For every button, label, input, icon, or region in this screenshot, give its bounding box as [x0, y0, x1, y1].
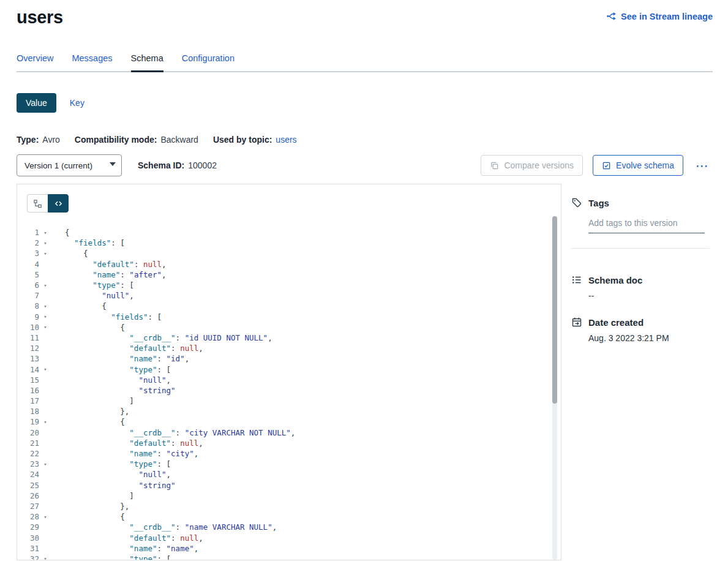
code-view-button[interactable] — [48, 194, 69, 213]
version-select-wrapper: Version 1 (current) — [17, 154, 122, 176]
tags-section-header: Tags — [571, 197, 710, 208]
evolve-schema-button[interactable]: Evolve schema — [593, 155, 683, 176]
line-number: 31 — [21, 544, 39, 553]
value-toggle-button[interactable]: Value — [17, 93, 56, 113]
line-content: ] — [65, 396, 134, 405]
type-value: Avro — [42, 135, 60, 145]
compatibility-label: Compatibility mode: — [75, 135, 157, 145]
code-line: 12"default": null, — [21, 343, 561, 353]
line-number: 18 — [21, 407, 39, 416]
tree-view-button[interactable] — [27, 194, 48, 213]
schema-doc-title: Schema doc — [588, 275, 642, 285]
fold-toggle-icon[interactable]: ▾ — [39, 514, 51, 520]
line-content: "type": [ — [65, 280, 134, 290]
compatibility-group: Compatibility mode:Backward — [75, 135, 198, 145]
fold-toggle-icon[interactable]: ▾ — [39, 303, 51, 309]
line-content: "string" — [65, 386, 176, 395]
code-line: 20"__crdb__": "city VARCHAR NOT NULL", — [21, 427, 561, 438]
line-number: 4 — [21, 260, 39, 269]
code-line: 1▾{ — [21, 227, 561, 238]
line-number: 15 — [21, 375, 39, 385]
tab-schema[interactable]: Schema — [131, 53, 163, 71]
code-line: 10▾{ — [21, 322, 561, 333]
code-line: 3▾{ — [21, 248, 561, 258]
tag-icon — [571, 197, 582, 208]
line-number: 29 — [21, 522, 39, 532]
line-number: 25 — [21, 481, 39, 490]
compare-versions-label: Compare versions — [504, 160, 574, 170]
line-content: { — [65, 512, 125, 521]
line-number: 6 — [21, 280, 39, 290]
version-actions: Compare versions Evolve schema ⋯ — [481, 155, 713, 176]
fold-toggle-icon[interactable]: ▾ — [39, 282, 51, 288]
schema-sidebar: Tags Schema doc -- — [571, 184, 710, 560]
list-icon — [571, 274, 582, 285]
scrollbar-track — [552, 216, 557, 560]
stream-lineage-link[interactable]: See in Stream lineage — [606, 11, 713, 21]
fold-toggle-icon[interactable]: ▾ — [39, 314, 51, 320]
line-content: "name": "id", — [65, 354, 189, 363]
date-created-header: Date created — [571, 317, 710, 328]
editor-view-toggle — [27, 194, 69, 213]
page-title: users — [17, 7, 63, 28]
evolve-icon — [602, 161, 611, 170]
line-content: { — [65, 301, 107, 311]
fold-toggle-icon[interactable]: ▾ — [39, 419, 51, 425]
code-line: 11"__crdb__": "id UUID NOT NULL", — [21, 333, 561, 343]
fold-toggle-icon[interactable]: ▾ — [39, 366, 51, 372]
line-number: 13 — [21, 354, 39, 363]
line-number: 12 — [21, 344, 39, 353]
topic-link[interactable]: users — [276, 135, 296, 145]
line-number: 30 — [21, 533, 39, 543]
schema-doc-value: -- — [588, 291, 710, 301]
date-created-value: Aug. 3 2022 3:21 PM — [588, 333, 710, 343]
tab-overview[interactable]: Overview — [17, 53, 53, 71]
fold-toggle-icon[interactable]: ▾ — [39, 555, 51, 560]
line-content: { — [65, 249, 88, 258]
line-content: "__crdb__": "id UUID NOT NULL", — [65, 333, 272, 342]
fold-toggle-icon[interactable]: ▾ — [39, 240, 51, 246]
line-number: 1 — [21, 228, 39, 237]
line-content: "default": null, — [65, 260, 167, 269]
version-select[interactable]: Version 1 (current) — [17, 154, 122, 176]
line-content: { — [65, 417, 125, 426]
code-view-icon — [54, 199, 63, 208]
line-content: "type": [ — [65, 554, 171, 560]
code-line: 14▾"type": [ — [21, 364, 561, 374]
line-content: "null", — [65, 375, 171, 385]
compare-versions-button[interactable]: Compare versions — [481, 155, 583, 176]
line-content: "__crdb__": "name VARCHAR NULL", — [65, 522, 277, 532]
code-line: 21"default": null, — [21, 438, 561, 448]
line-number: 28 — [21, 512, 39, 521]
line-number: 19 — [21, 417, 39, 426]
key-toggle-button[interactable]: Key — [70, 98, 84, 108]
used-by-topic-label: Used by topic: — [213, 135, 272, 145]
line-content: "name": "after", — [65, 270, 167, 279]
line-number: 3 — [21, 249, 39, 258]
fold-toggle-icon[interactable]: ▾ — [39, 461, 51, 467]
line-number: 20 — [21, 428, 39, 437]
fold-toggle-icon[interactable]: ▾ — [39, 250, 51, 257]
line-content: }, — [65, 502, 129, 511]
code-line: 22"name": "city", — [21, 448, 561, 459]
code-line: 32▾"type": [ — [21, 554, 561, 560]
code-line: 24"null", — [21, 469, 561, 480]
more-options-button[interactable]: ⋯ — [692, 158, 713, 173]
line-content: "fields": [ — [65, 238, 125, 247]
value-key-toggle: Value Key — [17, 93, 713, 113]
page-header: users See in Stream lineage — [17, 0, 713, 28]
line-content: "default": null, — [65, 439, 203, 448]
fold-toggle-icon[interactable]: ▾ — [39, 230, 51, 236]
code-line: 7"null", — [21, 290, 561, 301]
date-created-section: Date created Aug. 3 2022 3:21 PM — [571, 317, 710, 343]
tab-configuration[interactable]: Configuration — [182, 53, 235, 71]
add-tags-input[interactable] — [588, 216, 705, 233]
tab-messages[interactable]: Messages — [72, 53, 112, 71]
line-content: "name": "city", — [65, 449, 198, 458]
line-number: 8 — [21, 301, 39, 311]
tags-title: Tags — [588, 198, 609, 208]
scrollbar-thumb[interactable] — [552, 216, 557, 404]
code-line: 28▾{ — [21, 511, 561, 522]
fold-toggle-icon[interactable]: ▾ — [39, 324, 51, 330]
type-group: Type:Avro — [17, 135, 60, 145]
